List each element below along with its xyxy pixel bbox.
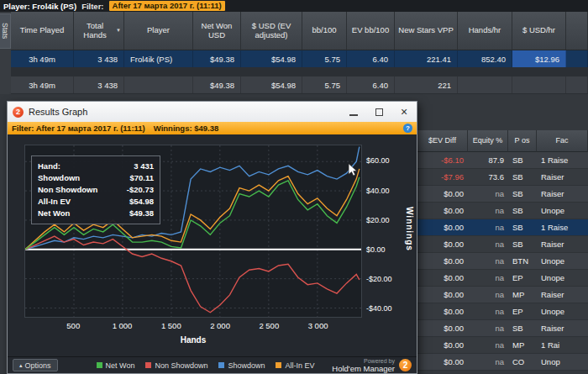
top-status-bar: Player: Frol4ik (PS) Filter: After 17 ма… [0,0,588,12]
column-header[interactable]: New Stars VPP [395,12,458,50]
options-caret-icon: ▴ [19,362,23,369]
x-tick-label: 3 000 [300,321,337,330]
table-cell: 3 438 [74,76,124,93]
table-row[interactable]: $0.00naEPUnope [417,270,588,287]
column-header[interactable]: $ USD/hr [512,12,566,50]
table-cell: Raiser [537,236,588,252]
x-tick-label: 500 [55,321,92,330]
table-cell: Unop [537,354,588,370]
stats-table-header: Time PlayedTotal Hands▼PlayerNet Won USD… [11,12,588,50]
table-cell [458,76,512,93]
table-cell: na [468,236,508,252]
column-header[interactable]: Time Played [11,12,74,50]
table-row[interactable]: $0.00naSBRaiser [417,186,588,203]
table-row[interactable]: $0.00naCOUnop [417,354,588,371]
options-button[interactable]: ▴ Options [13,359,58,371]
column-header[interactable]: bb/100 [302,12,347,50]
stats-table: Time PlayedTotal Hands▼PlayerNet Won USD… [11,12,588,94]
x-tick-label: 1 500 [153,321,190,330]
legend-item: Net Won [97,361,135,370]
column-header[interactable]: Equity % [468,130,508,152]
results-graph-window: 2 Results Graph × Filter: After 17 марта… [7,101,417,374]
table-cell: 5.75 [302,50,347,67]
column-header[interactable]: Fac [537,130,588,152]
table-cell: na [468,287,508,303]
table-row[interactable]: $0.00naEPUnope [417,303,588,320]
column-header[interactable]: Net Won USD [193,12,241,50]
table-cell: $0.00 [417,287,468,303]
table-cell: 1 Raise [537,152,588,168]
legend-item: Showdown [218,361,265,370]
y-tick-label: $40.00 [366,187,390,195]
column-header[interactable]: $EV Diff [417,130,468,152]
table-row[interactable]: 3h 49m3 438Frol4ik (PS)$49.38$54.985.756… [11,50,588,68]
table-cell: SB [508,203,537,219]
table-cell: Raiser [537,320,588,336]
table-row[interactable]: $0.00naMP1 Rai [417,337,588,354]
tab-stats-label: Stats [1,23,9,39]
table-cell [124,76,193,93]
table-cell: $0.00 [417,253,468,269]
table-row[interactable]: $0.00naSBRaiser [417,320,588,337]
powered-by-block: Powered by Hold'em Manager 2 [332,358,412,373]
table-row[interactable]: 3h 49m3 438$49.38$54.985.756.40221 [11,76,588,94]
table-cell: Raiser [537,169,588,185]
table-cell: $0.00 [417,186,468,202]
table-cell: $0.00 [417,236,468,252]
table-cell: 3h 49m [11,50,74,67]
table-cell: $0.00 [417,303,468,319]
tooltip-row: Net Won$49.38 [38,208,154,219]
tab-stats[interactable]: Stats [0,13,11,49]
table-row[interactable]: $0.00naSBUnope [417,203,588,219]
column-header[interactable]: Hands/hr [458,12,512,50]
column-header[interactable]: $ USD (EV adjusted) [241,12,302,50]
column-header[interactable]: P os [508,130,537,152]
column-header[interactable]: Total Hands▼ [74,12,124,50]
legend-item: Non Showdown [145,361,207,370]
table-cell: $0.00 [417,203,468,219]
column-header[interactable]: EV bb/100 [347,12,395,50]
player-label: Player: Frol4ik (PS) [3,2,76,11]
table-cell: 3h 49m [11,76,74,93]
y-tick-label: $20.00 [366,216,390,224]
table-cell: $0.00 [417,354,468,370]
table-cell: na [468,303,508,319]
help-icon[interactable]: ? [403,124,412,133]
window-titlebar[interactable]: 2 Results Graph × [8,102,417,122]
table-cell: 73.6 [468,169,508,185]
table-row[interactable]: $0.00naSB1 Raise [417,219,588,236]
table-row[interactable]: $0.00naMPRaiser [417,287,588,303]
chart-legend: Net WonNon ShowdownShowdownAll-In EV [97,361,315,370]
app-window: Player: Frol4ik (PS) Filter: After 17 ма… [0,0,588,374]
x-axis-title: Hands [24,335,362,345]
close-button[interactable]: × [391,103,417,122]
minimize-button[interactable] [341,103,366,122]
table-row[interactable]: $0.00naBTNUnope [417,253,588,270]
hm2-logo-icon: 2 [13,107,24,118]
table-cell: MP [508,287,537,303]
graph-winnings-text: Winnings: $49.38 [154,124,219,133]
table-cell: EP [508,270,537,286]
y-tick-label: -$40.00 [366,304,392,313]
legend-item: All-In EV [276,361,314,370]
table-row[interactable]: -$6.1087.9SB1 Raise [417,152,588,169]
table-cell: BTN [508,253,537,269]
table-cell: Unope [537,253,588,269]
column-header[interactable]: Player [124,12,193,50]
maximize-button[interactable] [366,103,391,122]
options-button-label: Options [25,361,51,370]
table-cell: 3 438 [74,50,124,67]
table-cell: na [468,354,508,370]
row-separator [11,68,588,76]
table-row[interactable]: $0.00naSBRaiser [417,236,588,253]
y-tick-label: $0.00 [366,245,386,254]
filter-value-chip[interactable]: After 17 марта 2017 г. (11:11) [109,1,225,11]
table-cell: Raiser [537,287,588,303]
table-cell: na [468,337,508,353]
table-cell: MP [508,337,537,353]
table-row[interactable]: -$7.9673.6SBRaiser [417,169,588,186]
legend-color-icon [218,362,224,368]
chart-tooltip: Hand:3 431Showdown$70.11Non Showdown-$20… [31,155,160,224]
table-cell: -$7.96 [417,169,468,185]
hm2-brand-icon: 2 [399,359,412,371]
